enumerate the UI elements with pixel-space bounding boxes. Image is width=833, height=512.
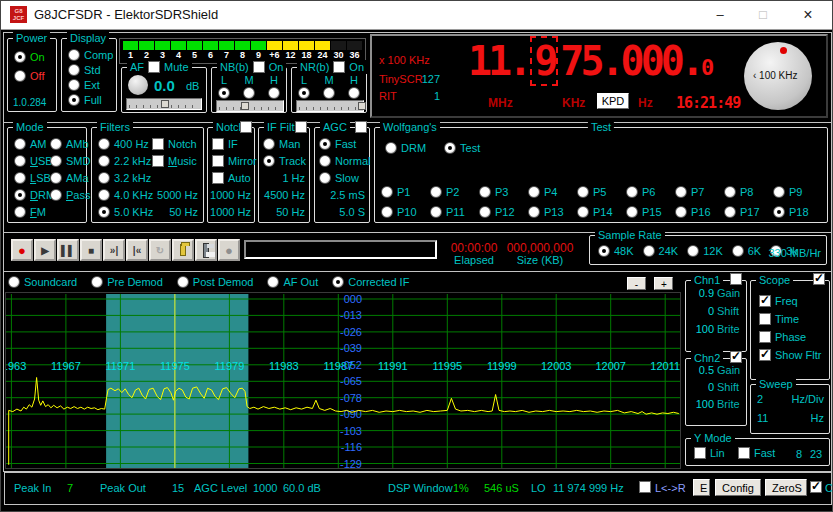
mode-option[interactable]: LSB <box>14 172 55 184</box>
lin-option[interactable]: Lin <box>694 447 725 459</box>
filter-option[interactable]: 2.2 kHz <box>98 155 153 167</box>
zeros-button[interactable]: ZeroS <box>765 479 807 496</box>
preset-option[interactable]: P2 <box>430 186 479 198</box>
preset-option[interactable]: P10 <box>381 206 430 218</box>
tuning-knob[interactable]: ‹ 100 KHz <box>744 42 812 110</box>
stop-button[interactable]: ■ <box>80 239 102 261</box>
nr-level-option[interactable]: M <box>323 74 335 99</box>
scope-option[interactable]: Freq <box>759 295 821 307</box>
pause-button[interactable]: ▌▌ <box>57 239 79 261</box>
play-button[interactable]: ▶ <box>34 239 56 261</box>
display-option[interactable]: Comp <box>68 49 113 61</box>
filter-option[interactable]: 400 Hz <box>98 138 153 150</box>
wolfgangs-mode-option[interactable]: Test <box>444 142 480 154</box>
sample-rate-option[interactable]: 6K <box>732 245 761 257</box>
chn2-enable-checkbox[interactable] <box>730 351 742 363</box>
nr-level-option[interactable]: H <box>348 74 360 99</box>
preset-option[interactable]: P17 <box>724 206 773 218</box>
zoom-in-button[interactable]: + <box>654 277 673 290</box>
nb-level-option[interactable]: M <box>243 74 255 99</box>
scope-option[interactable]: Show Fltr <box>759 349 821 361</box>
save-file-button[interactable] <box>195 239 217 261</box>
if-filter-option[interactable]: Track <box>263 155 306 167</box>
spectrum-source-option[interactable]: Soundcard <box>8 276 77 288</box>
preset-option[interactable]: P14 <box>577 206 626 218</box>
record-button[interactable]: ● <box>11 239 33 261</box>
nr-level-option[interactable]: L <box>298 74 310 99</box>
preset-option[interactable]: P4 <box>528 186 577 198</box>
spectrum-source-option[interactable]: Post Demod <box>177 276 254 288</box>
agc-option[interactable]: Slow <box>319 172 370 184</box>
display-option[interactable]: Std <box>68 64 113 76</box>
nb-level-option[interactable]: L <box>218 74 230 99</box>
if-filter-enable-checkbox[interactable] <box>295 121 307 133</box>
agc-option[interactable]: Normal <box>319 155 370 167</box>
af-slider-thumb[interactable] <box>161 100 169 108</box>
filter-checkbox-option[interactable]: Music <box>152 155 197 167</box>
preset-option[interactable]: P8 <box>724 186 773 198</box>
on-checkbox[interactable] <box>810 481 822 493</box>
filter-option[interactable]: 3.2 kHz <box>98 172 153 184</box>
loop-button[interactable]: ↻ <box>149 239 171 261</box>
mode-option[interactable]: DRM <box>14 189 55 201</box>
preset-option[interactable]: P18 <box>773 206 822 218</box>
selected-digit[interactable]: 9 <box>530 36 558 86</box>
maximize-button[interactable]: □ <box>742 1 784 28</box>
agc-enable-checkbox[interactable] <box>355 121 367 133</box>
mode-option[interactable]: USB <box>14 155 55 167</box>
spectrum-source-option[interactable]: Corrected IF <box>332 276 409 288</box>
mode-option[interactable]: AM <box>14 138 55 150</box>
nb-on-checkbox[interactable] <box>253 61 265 73</box>
notch-option[interactable]: IF <box>212 138 257 150</box>
config-button[interactable]: Config <box>715 479 761 496</box>
fast-forward-button[interactable]: »| <box>103 239 125 261</box>
zoom-out-button[interactable]: - <box>627 277 646 290</box>
display-option[interactable]: Ext <box>68 79 113 91</box>
preset-option[interactable]: P9 <box>773 186 822 198</box>
wolfgangs-mode-option[interactable]: DRM <box>385 142 426 154</box>
filter-option[interactable]: 5.0 KHz <box>98 206 153 218</box>
af-volume-knob[interactable] <box>128 75 148 95</box>
af-slider[interactable] <box>126 98 202 110</box>
preset-option[interactable]: P11 <box>430 206 479 218</box>
minimize-button[interactable]: – <box>699 1 741 28</box>
mode-option[interactable]: AMb <box>50 138 90 150</box>
frequency-digits[interactable]: 11.975.000.0 <box>468 38 712 84</box>
scope-enable-checkbox[interactable] <box>813 273 825 285</box>
display-option[interactable]: Full <box>68 94 113 106</box>
preset-option[interactable]: P16 <box>675 206 724 218</box>
fast-option[interactable]: Fast <box>738 447 775 459</box>
mode-option[interactable]: FM <box>14 206 55 218</box>
sample-rate-option[interactable]: 24K <box>643 245 679 257</box>
open-file-button[interactable] <box>172 239 194 261</box>
power-option[interactable]: On <box>14 51 45 63</box>
filter-checkbox-option[interactable]: Notch <box>152 138 197 150</box>
nb-level-option[interactable]: H <box>268 74 280 99</box>
spectrum-source-option[interactable]: AF Out <box>267 276 318 288</box>
nr-slider-thumb[interactable] <box>358 102 366 110</box>
if-filter-option[interactable]: Man <box>263 138 306 150</box>
scope-option[interactable]: Phase <box>759 331 821 343</box>
record-file-input[interactable] <box>244 240 437 259</box>
e-button[interactable]: E <box>693 479 710 496</box>
agc-option[interactable]: Fast <box>319 138 370 150</box>
filter-option[interactable]: 4.0 KHz <box>98 189 153 201</box>
nr-slider[interactable] <box>296 100 364 112</box>
mode-option[interactable]: AMa <box>50 172 90 184</box>
close-button[interactable]: × <box>787 1 829 28</box>
preset-option[interactable]: P12 <box>479 206 528 218</box>
nb-slider[interactable] <box>216 100 284 112</box>
spectrum-plot[interactable]: 1196311967119711197511979119831198711991… <box>5 292 681 469</box>
nb-slider-thumb[interactable] <box>241 102 249 110</box>
notch-option[interactable]: Auto <box>212 172 257 184</box>
spectrum-source-option[interactable]: Pre Demod <box>91 276 163 288</box>
scope-option[interactable]: Time <box>759 313 821 325</box>
preset-option[interactable]: P3 <box>479 186 528 198</box>
sample-rate-option[interactable]: 12K <box>687 245 723 257</box>
chn1-enable-checkbox[interactable] <box>730 273 742 285</box>
mode-option[interactable]: Pass <box>50 189 90 201</box>
preset-option[interactable]: P15 <box>626 206 675 218</box>
preset-option[interactable]: P5 <box>577 186 626 198</box>
power-option[interactable]: Off <box>14 70 45 82</box>
notch-enable-checkbox[interactable] <box>240 121 252 133</box>
